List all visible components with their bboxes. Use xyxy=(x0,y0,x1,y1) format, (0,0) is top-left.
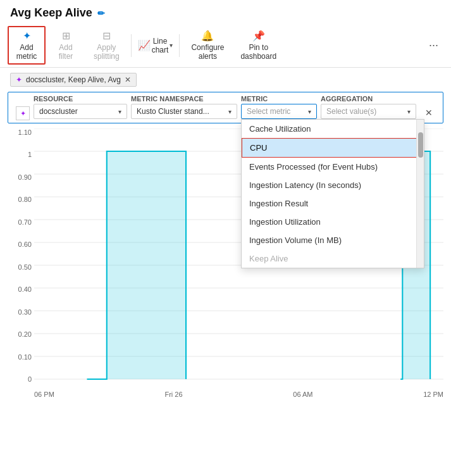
add-filter-icon: ⊞ xyxy=(62,30,70,42)
dropdown-item-ingestion-result[interactable]: Ingestion Result xyxy=(242,194,424,213)
metric-label: METRIC xyxy=(241,95,317,103)
apply-splitting-label: Applysplitting xyxy=(94,43,120,61)
metric-chevron: ▾ xyxy=(308,108,311,115)
line-chart-button[interactable]: 📈 Linechart ▾ xyxy=(135,34,176,57)
tag-close-button[interactable]: ✕ xyxy=(125,75,131,84)
resource-select[interactable]: docscluster ▾ xyxy=(34,104,127,119)
dropdown-item-events[interactable]: Events Processed (for Event Hubs) xyxy=(242,158,424,176)
pin-icon: 📌 xyxy=(252,30,265,42)
pin-dashboard-label: Pin todashboard xyxy=(240,43,276,61)
edit-icon[interactable]: ✏ xyxy=(97,8,105,18)
more-button[interactable]: ··· xyxy=(424,36,443,54)
aggregation-label: AGGREGATION xyxy=(321,95,416,103)
divider-1 xyxy=(131,34,132,57)
divider-2 xyxy=(179,34,180,57)
metric-select[interactable]: Select metric ▾ xyxy=(241,104,317,119)
x-axis-labels: 06 PM Fri 26 06 AM 12 PM xyxy=(34,391,443,398)
dropdown-item-cache[interactable]: Cache Utilization xyxy=(242,120,424,138)
pin-dashboard-button[interactable]: 📌 Pin todashboard xyxy=(233,26,284,65)
resource-chevron: ▾ xyxy=(118,108,121,115)
metric-dropdown: Cache Utilization CPU Events Processed (… xyxy=(241,119,424,268)
aggregation-placeholder: Select value(s) xyxy=(326,107,376,116)
configure-alerts-icon: 🔔 xyxy=(201,30,214,42)
resource-value: docscluster xyxy=(39,107,78,116)
line-chart-icon: 📈 xyxy=(138,39,151,51)
namespace-label: METRIC NAMESPACE xyxy=(131,95,237,103)
dropdown-scrollbar[interactable] xyxy=(416,120,424,268)
add-filter-button[interactable]: ⊞ Addfilter xyxy=(47,26,85,65)
dropdown-item-cpu[interactable]: CPU xyxy=(242,138,424,158)
apply-splitting-button[interactable]: ⊟ Applysplitting xyxy=(86,26,127,65)
tag-bar: ✦ docscluster, Keep Alive, Avg ✕ xyxy=(0,68,451,92)
configure-alerts-label: Configurealerts xyxy=(191,43,224,61)
aggregation-select[interactable]: Select value(s) ▾ xyxy=(321,104,416,119)
tag-text: docscluster, Keep Alive, Avg xyxy=(26,75,121,84)
namespace-select[interactable]: Kusto Cluster stand... ▾ xyxy=(131,104,237,119)
y-axis-labels: 1.10 1 0.90 0.80 0.70 0.60 0.50 0.40 0.3… xyxy=(9,128,32,383)
dropdown-item-ingestion-latency[interactable]: Ingestion Latency (In seconds) xyxy=(242,176,424,194)
metric-placeholder: Select metric xyxy=(247,107,290,116)
dropdown-item-keep-alive[interactable]: Keep Alive xyxy=(242,249,424,268)
apply-splitting-icon: ⊟ xyxy=(102,30,111,42)
line-chart-chevron: ▾ xyxy=(170,42,173,49)
title-bar: Avg Keep Alive ✏ xyxy=(0,0,451,23)
namespace-chevron: ▾ xyxy=(228,108,232,115)
dropdown-item-ingestion-util[interactable]: Ingestion Utilization xyxy=(242,213,424,231)
tag-icon: ✦ xyxy=(16,75,22,84)
toolbar: ✦ Addmetric ⊞ Addfilter ⊟ Applysplitting… xyxy=(0,23,451,68)
configure-alerts-button[interactable]: 🔔 Configurealerts xyxy=(183,26,232,65)
metric-row-icon: ✦ xyxy=(16,106,30,120)
page-title: Avg Keep Alive xyxy=(10,6,92,20)
aggregation-chevron: ▾ xyxy=(407,108,411,115)
dropdown-item-ingestion-volume[interactable]: Ingestion Volume (In MB) xyxy=(242,231,424,249)
metric-row-close-button[interactable]: ✕ xyxy=(423,106,435,119)
metric-tag: ✦ docscluster, Keep Alive, Avg ✕ xyxy=(10,73,137,87)
resource-label: RESOURCE xyxy=(34,95,127,103)
add-metric-icon: ✦ xyxy=(23,30,31,42)
namespace-value: Kusto Cluster stand... xyxy=(137,107,209,116)
add-filter-label: Addfilter xyxy=(59,43,73,61)
add-metric-label: Addmetric xyxy=(16,43,37,61)
line-chart-label: Linechart xyxy=(152,37,169,54)
add-metric-button[interactable]: ✦ Addmetric xyxy=(8,26,46,65)
dropdown-scroll-thumb[interactable] xyxy=(418,132,423,158)
